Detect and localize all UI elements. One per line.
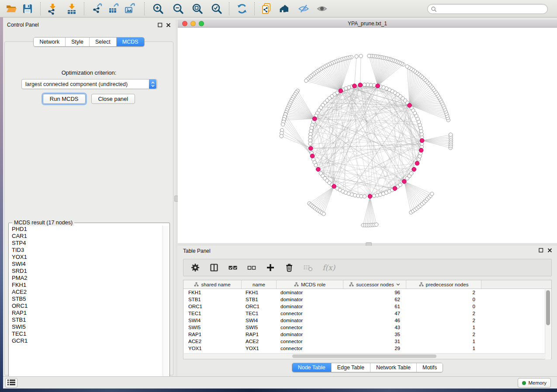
- shared-column-icon: [194, 282, 199, 287]
- network-titlebar[interactable]: YPA_prune.txt_1: [178, 20, 557, 28]
- home-button[interactable]: [277, 1, 293, 17]
- scrollbar-thumb[interactable]: [292, 354, 436, 358]
- column-header-name[interactable]: name: [242, 280, 277, 289]
- table-cell: dominator: [277, 332, 343, 337]
- column-header-mcds-role[interactable]: MCDS role: [277, 280, 343, 289]
- run-mcds-button[interactable]: Run MCDS: [43, 94, 86, 104]
- tab-motifs[interactable]: Motifs: [417, 363, 443, 372]
- vertical-splitter[interactable]: [176, 20, 177, 376]
- mcds-result-box: MCDS result (17 nodes) PHD1CAR1STP4TID3Y…: [8, 223, 170, 384]
- show-graphics-details-button[interactable]: [314, 1, 330, 17]
- mcds-result-item[interactable]: TEC1: [9, 330, 163, 337]
- tab-mcds[interactable]: MCDS: [117, 38, 144, 46]
- tab-network-table[interactable]: Network Table: [370, 363, 417, 372]
- delete-column-button[interactable]: [284, 262, 295, 273]
- zoom-out-button[interactable]: [170, 1, 186, 17]
- table-vertical-scrollbar[interactable]: [545, 289, 551, 359]
- zoom-in-button[interactable]: [150, 1, 166, 17]
- table-row[interactable]: ORC1ORC1dominator610: [183, 303, 545, 310]
- memory-label: Memory: [528, 380, 547, 385]
- table-row[interactable]: RAP1RAP1dominator352: [183, 331, 545, 338]
- search-field[interactable]: [427, 4, 548, 14]
- show-columns-button[interactable]: [208, 262, 220, 273]
- mcds-result-item[interactable]: ACE2: [9, 289, 163, 296]
- delete-table-icon: [303, 263, 313, 272]
- hide-graphics-details-button[interactable]: [296, 1, 311, 17]
- mcds-result-item[interactable]: RAP1: [9, 309, 163, 316]
- table-row[interactable]: SWI5SWI5connector431: [183, 324, 545, 331]
- table-row[interactable]: ACE2ACE2connector311: [183, 338, 545, 345]
- float-table-panel-button[interactable]: [538, 248, 544, 254]
- table-cell: ORC1: [242, 304, 277, 309]
- table-row[interactable]: SWI4SWI4dominator462: [183, 317, 545, 324]
- mcds-result-item[interactable]: PHD1: [9, 226, 163, 233]
- table-row[interactable]: TEC1TEC1connector472: [183, 310, 545, 317]
- mcds-result-item[interactable]: STB1: [9, 316, 163, 323]
- mcds-result-item[interactable]: SRD1: [9, 268, 163, 275]
- float-panel-button[interactable]: [157, 22, 163, 28]
- column-header-shared-name[interactable]: shared name: [183, 280, 242, 289]
- close-icon: [166, 23, 171, 28]
- table-cell: 2: [406, 318, 481, 323]
- tab-node-table[interactable]: Node Table: [292, 363, 332, 372]
- mcds-list-scrollbar[interactable]: [163, 226, 169, 383]
- zoom-fit-button[interactable]: [190, 1, 205, 17]
- mcds-result-item[interactable]: ORC1: [9, 303, 163, 309]
- zoom-in-icon: [152, 3, 164, 15]
- deselect-all-checkboxes-button[interactable]: [246, 262, 257, 273]
- control-panel: Control Panel Network Style Select MCDS …: [3, 20, 175, 376]
- tab-edge-table[interactable]: Edge Table: [332, 363, 370, 372]
- tab-select[interactable]: Select: [90, 38, 117, 46]
- mcds-result-item[interactable]: GCR1: [9, 337, 163, 344]
- add-column-button[interactable]: [265, 262, 276, 273]
- mcds-result-item[interactable]: CAR1: [9, 233, 163, 240]
- close-table-panel-button[interactable]: [547, 248, 553, 254]
- memory-button[interactable]: Memory: [518, 378, 551, 388]
- show-log-button[interactable]: [5, 378, 17, 388]
- mcds-result-item[interactable]: SWI5: [9, 323, 163, 330]
- import-network-button[interactable]: [45, 1, 60, 17]
- zoom-selected-button[interactable]: [209, 1, 225, 17]
- selected-criterion: largest connected component (undirected): [22, 81, 149, 87]
- tab-style[interactable]: Style: [66, 38, 90, 46]
- mcds-result-item[interactable]: STB5: [9, 296, 163, 303]
- table-cell: 1: [406, 325, 481, 330]
- column-header-successor-nodes[interactable]: successor nodes: [343, 280, 406, 289]
- table-row[interactable]: YOX1YOX1connector291: [183, 345, 545, 352]
- refresh-button[interactable]: [234, 1, 250, 17]
- tab-network[interactable]: Network: [34, 38, 66, 46]
- select-all-checkboxes-button[interactable]: [227, 262, 239, 273]
- table-options-gear-button[interactable]: [190, 262, 201, 273]
- close-panel-button[interactable]: [165, 22, 171, 28]
- export-image-button[interactable]: [122, 1, 138, 17]
- cytoscape-window: Control Panel Network Style Select MCDS …: [0, 0, 557, 392]
- column-header-predecessor-nodes[interactable]: predecessor nodes: [406, 280, 481, 289]
- scrollbar-thumb[interactable]: [546, 290, 550, 325]
- mcds-result-item[interactable]: STP4: [9, 240, 163, 247]
- mcds-result-item[interactable]: SWI4: [9, 261, 163, 268]
- mcds-result-item[interactable]: FKH1: [9, 282, 163, 289]
- mcds-result-list[interactable]: PHD1CAR1STP4TID3YOX1SWI4SRD1PMA2FKH1ACE2…: [9, 226, 163, 383]
- table-horizontal-scrollbar[interactable]: [184, 353, 546, 358]
- network-canvas[interactable]: [178, 28, 557, 243]
- sort-descending-icon: [396, 283, 400, 286]
- export-network-button[interactable]: [90, 1, 105, 17]
- table-row[interactable]: FKH1FKH1dominator962: [183, 289, 545, 296]
- save-session-button[interactable]: [20, 1, 35, 17]
- export-image-icon: [124, 3, 136, 15]
- mcds-result-item[interactable]: PMA2: [9, 275, 163, 282]
- search-input[interactable]: [437, 6, 547, 12]
- table-cell: SWI5: [242, 325, 277, 330]
- export-table-button[interactable]: [106, 1, 121, 17]
- mcds-result-item[interactable]: YOX1: [9, 254, 163, 261]
- shared-column-icon: [294, 282, 299, 287]
- open-file-button[interactable]: [3, 1, 19, 17]
- toolbar-separator: [254, 2, 255, 15]
- mcds-result-item[interactable]: TID3: [9, 247, 163, 254]
- table-row[interactable]: STB1STB1dominator620: [183, 296, 545, 303]
- share-document-button[interactable]: [259, 1, 274, 17]
- optimization-criterion-select[interactable]: largest connected component (undirected): [21, 79, 157, 89]
- table-cell: 1: [406, 346, 481, 351]
- close-panel-action-button[interactable]: Close panel: [91, 94, 135, 104]
- import-table-button[interactable]: [64, 1, 80, 17]
